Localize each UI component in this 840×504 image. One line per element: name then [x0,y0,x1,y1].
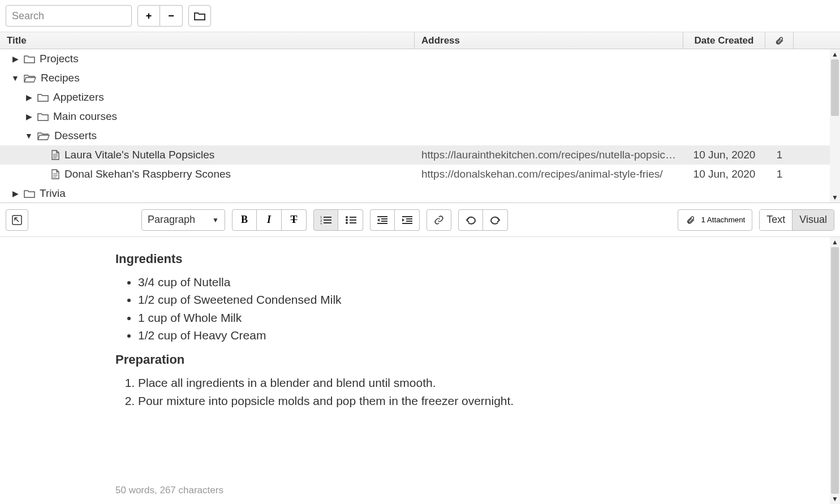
list-item: 1/2 cup of Heavy Cream [138,327,840,343]
attachment-icon [774,36,785,45]
tree-row-address: https://donalskehan.com/recipes/animal-s… [415,168,683,180]
tree-row-label: Projects [40,53,79,65]
editor-scrollbar[interactable]: ▲ ▼ [830,237,840,504]
tree-row-label: Laura Vitale's Nutella Popsicles [64,149,214,161]
collapse-button[interactable] [6,209,28,231]
header-address[interactable]: Address [415,32,683,49]
strike-button[interactable]: T [282,209,307,231]
unordered-list-button[interactable] [338,209,363,231]
scroll-thumb[interactable] [831,247,839,494]
visual-mode-tab[interactable]: Visual [792,210,834,230]
collapse-icon [12,215,22,225]
indent-icon [402,216,413,225]
list-item: 1/2 cup of Sweetened Condensed Milk [138,291,840,308]
ingredients-heading: Ingredients [115,251,840,268]
bold-button[interactable]: B [232,209,257,231]
list-item: Place all ingredients in a blender and b… [138,374,840,391]
scroll-down-icon[interactable]: ▼ [830,494,840,504]
paragraph-select[interactable]: Paragraph ▼ [141,209,225,231]
collapse-toggle-icon[interactable]: ▼ [25,131,33,140]
tree-rows: ▶Projects▼Recipes▶Appetizers▶Main course… [0,49,840,203]
undo-button[interactable] [458,209,483,231]
tree-row[interactable]: ▶Appetizers [0,88,840,107]
svg-point-15 [346,222,348,224]
folder-icon [24,54,35,63]
link-button[interactable] [427,209,451,231]
paragraph-select-label: Paragraph [148,214,195,226]
scroll-up-icon[interactable]: ▲ [830,49,840,59]
list-item: Pour mixture into popsicle molds and pop… [138,393,840,409]
scroll-up-icon[interactable]: ▲ [830,237,840,247]
indent-group [370,209,420,231]
folder-icon [37,93,49,102]
header-date-label: Date Created [695,35,754,46]
tree-row-attachments: 1 [765,168,794,180]
tree-row[interactable]: ▼Desserts [0,126,840,145]
list-item: 1 cup of Whole Milk [138,309,840,326]
expand-toggle-icon[interactable]: ▶ [25,112,33,121]
add-button[interactable]: + [137,5,160,27]
ordered-list-icon: 123 [320,216,331,225]
header-title[interactable]: Title [0,32,415,49]
strikethrough-icon: T [290,214,297,226]
editor-content[interactable]: Ingredients 3/4 cup of Nutella1/2 cup of… [0,237,840,409]
preparation-heading: Preparation [115,351,840,369]
scroll-down-icon[interactable]: ▼ [830,192,840,203]
plus-icon: + [146,10,152,22]
folder-open-icon [24,74,36,83]
tree-row-label: Trivia [40,187,66,200]
expand-toggle-icon[interactable]: ▶ [11,54,19,63]
tree-row-label: Main courses [53,110,117,123]
file-icon [51,150,60,160]
tree-row[interactable]: Donal Skehan's Raspberry Sconeshttps://d… [0,165,840,184]
folder-button[interactable] [188,5,211,27]
expand-toggle-icon[interactable]: ▶ [11,189,19,198]
text-mode-tab[interactable]: Text [760,210,792,230]
editor-toolbar: Paragraph ▼ B I T 123 [0,203,840,237]
top-toolbar: + − [0,0,840,32]
header-title-label: Title [7,35,27,46]
tree-row-date: 10 Jun, 2020 [683,168,765,180]
redo-button[interactable] [483,209,508,231]
attachment-icon [685,216,696,225]
folder-icon [194,11,205,20]
svg-text:3: 3 [320,222,322,225]
attachments-button[interactable]: 1 Attachment [678,209,752,231]
tree-row[interactable]: ▶Trivia [0,184,840,203]
tree-row-label: Recipes [41,72,80,84]
search-input[interactable] [6,5,132,27]
chevron-down-icon: ▼ [212,216,219,224]
remove-button[interactable]: − [160,5,183,27]
outdent-icon [377,216,388,225]
ingredients-list: 3/4 cup of Nutella1/2 cup of Sweetened C… [115,274,840,344]
undo-icon [465,216,476,225]
header-attachments[interactable] [765,32,794,49]
tree-row[interactable]: ▶Main courses [0,107,840,126]
tree-row[interactable]: ▶Projects [0,49,840,68]
italic-button[interactable]: I [257,209,282,231]
expand-toggle-icon[interactable]: ▶ [25,93,33,102]
svg-point-14 [346,219,348,221]
header-date[interactable]: Date Created [683,32,765,49]
bold-icon: B [241,214,248,226]
list-item: 3/4 cup of Nutella [138,274,840,290]
outdent-button[interactable] [370,209,395,231]
tree-scrollbar[interactable]: ▲ ▼ [830,49,840,203]
view-mode-segment: Text Visual [759,209,834,231]
history-group [458,209,508,231]
ordered-list-button[interactable]: 123 [313,209,338,231]
preparation-list: Place all ingredients in a blender and b… [115,374,840,409]
minus-icon: − [168,10,174,22]
scroll-track[interactable] [830,59,840,192]
collapse-toggle-icon[interactable]: ▼ [11,74,19,83]
tree-row-label: Appetizers [53,91,104,104]
tree-row[interactable]: ▼Recipes [0,68,840,88]
scroll-track[interactable] [830,247,840,494]
scroll-thumb[interactable] [831,59,839,116]
indent-button[interactable] [395,209,420,231]
tree-row[interactable]: Laura Vitale's Nutella Popsicleshttps://… [0,145,840,165]
tree-row-label: Donal Skehan's Raspberry Scones [64,168,231,180]
header-address-label: Address [421,35,460,46]
folder-open-icon [37,131,50,140]
italic-icon: I [267,214,271,226]
